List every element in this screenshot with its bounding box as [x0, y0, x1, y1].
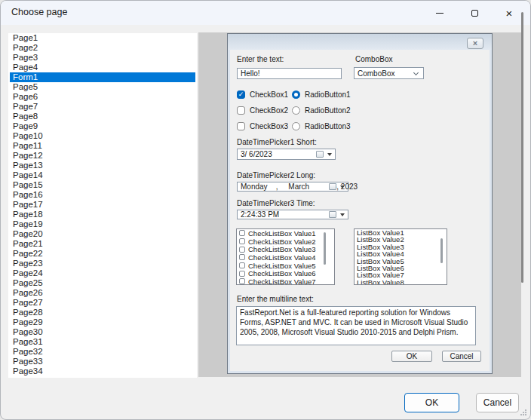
page-list-item[interactable]: Page14 [10, 170, 195, 180]
page-list-item[interactable]: Page1 [10, 33, 195, 43]
checkbox-icon [239, 262, 245, 268]
datetimepicker-long[interactable]: Monday , March 6, 2023 [237, 182, 348, 192]
page-list-item[interactable]: Page21 [10, 239, 195, 249]
calendar-icon [329, 183, 336, 190]
page-list-item[interactable]: Page31 [10, 337, 195, 347]
maximize-button[interactable] [457, 1, 492, 25]
page-list-item[interactable]: Page27 [10, 298, 195, 308]
calendar-icon [316, 151, 324, 158]
page-list-item[interactable]: Page12 [10, 151, 195, 161]
window-controls: × [422, 1, 526, 25]
text-field-label: Enter the text: [237, 55, 284, 63]
preview-form-titlebar [228, 34, 492, 50]
page-list-item[interactable]: Page3 [10, 53, 195, 63]
dropdown-arrow-icon [340, 213, 345, 216]
page-list-scrollbar-thumb[interactable] [521, 12, 523, 283]
preview-form-close-button[interactable]: × [467, 38, 483, 49]
cancel-button[interactable]: Cancel [476, 393, 519, 412]
page-list-item[interactable]: Page29 [10, 317, 195, 327]
minimize-icon [436, 13, 444, 14]
page-list-item[interactable]: Page22 [10, 249, 195, 259]
ok-button[interactable]: OK [404, 393, 459, 412]
checkbox-group: CheckBox1 CheckBox2 CheckBox3 [237, 90, 288, 131]
page-list-item[interactable]: Page4 [10, 63, 195, 72]
dropdown-arrow-icon [340, 185, 345, 189]
page-list-item[interactable]: Page18 [10, 210, 195, 219]
radio-option[interactable]: RadioButton1 [292, 90, 351, 100]
checkbox-option[interactable]: CheckBox1 [237, 90, 288, 100]
radio-icon [292, 90, 300, 99]
datetimepicker-time[interactable]: 2:24:33 PM [237, 210, 348, 219]
dtp1-label: DateTimePicker1 Short: [237, 138, 317, 146]
dialog-title: Choose page [11, 7, 67, 17]
multiline-label: Enter the multiline text: [237, 295, 314, 303]
multiline-textbox[interactable]: FastReport.Net is a full-featured report… [236, 306, 476, 345]
page-list-item[interactable]: Page28 [10, 308, 195, 317]
dtp3-label: DateTimePicker3 Time: [237, 199, 315, 207]
close-icon: × [506, 8, 513, 19]
listbox-scrollbar-thumb[interactable] [440, 238, 443, 263]
combobox-label: ComboBox [355, 55, 392, 63]
page-list-item[interactable]: Page2 [10, 43, 195, 53]
page-list-item[interactable]: Page16 [10, 190, 195, 200]
checklistbox-scrollbar-thumb[interactable] [324, 232, 326, 265]
page-list-item[interactable]: Page25 [10, 278, 195, 288]
page-list-item[interactable]: Page6 [10, 92, 195, 102]
form-preview-panel: × Enter the text: Hello! ComboBox ComboB… [198, 32, 521, 377]
checklistbox-item[interactable]: CheckListBox Value5 [237, 262, 334, 270]
checklistbox-item[interactable]: CheckListBox Value2 [237, 238, 334, 246]
page-list-item[interactable]: Page15 [10, 180, 195, 190]
checkbox-option[interactable]: CheckBox2 [237, 106, 288, 115]
listbox[interactable]: ListBox Value1 ListBox Value2 ListBox Va… [354, 228, 447, 285]
page-list-item[interactable]: Form1 [10, 72, 195, 82]
resize-grip[interactable] [520, 409, 526, 415]
page-list-item[interactable]: Page23 [10, 259, 195, 268]
page-list-item[interactable]: Page26 [10, 288, 195, 298]
page-list-item[interactable]: Page9 [10, 121, 195, 131]
checklistbox-item[interactable]: CheckListBox Value3 [237, 245, 334, 253]
checkbox-icon [237, 90, 245, 99]
listbox-item[interactable]: ListBox Value8 [355, 279, 447, 285]
checklistbox-item[interactable]: CheckListBox Value7 [237, 277, 334, 285]
dropdown-arrow-icon [327, 153, 332, 156]
page-list-item[interactable]: Page24 [10, 268, 195, 278]
page-list-item[interactable]: Page7 [10, 102, 195, 112]
page-list-item[interactable]: Page20 [10, 229, 195, 239]
checkbox-icon [239, 230, 245, 236]
radio-icon [292, 106, 300, 115]
page-list-item[interactable]: Page32 [10, 347, 195, 357]
calendar-icon [329, 211, 336, 218]
page-list-item[interactable]: Page5 [10, 82, 195, 92]
chevron-down-icon [413, 70, 419, 75]
page-list-item[interactable]: Page33 [10, 357, 195, 366]
page-list-item[interactable]: Page10 [10, 131, 195, 141]
text-input[interactable]: Hello! [237, 68, 342, 79]
checkbox-icon [237, 106, 245, 115]
checklistbox-item[interactable]: CheckListBox Value1 [237, 229, 334, 238]
minimize-button[interactable] [422, 1, 457, 25]
page-list-item[interactable]: Page30 [10, 327, 195, 337]
preview-form-body: Enter the text: Hello! ComboBox ComboBox… [230, 50, 490, 371]
preview-close-icon: × [473, 39, 477, 48]
checkbox-option[interactable]: CheckBox3 [237, 121, 288, 131]
checklistbox-item[interactable]: CheckListBox Value4 [237, 253, 334, 262]
radio-option[interactable]: RadioButton2 [292, 106, 351, 115]
page-list-item[interactable]: Page11 [10, 141, 195, 151]
checklistbox-item[interactable]: CheckListBox Value6 [237, 269, 334, 277]
page-list-item[interactable]: Page17 [10, 200, 195, 210]
checkbox-icon [237, 122, 245, 130]
page-list-item[interactable]: Page8 [10, 112, 195, 121]
combobox[interactable]: ComboBox [354, 67, 424, 79]
preview-form-window: × Enter the text: Hello! ComboBox ComboB… [227, 33, 493, 374]
preview-ok-button[interactable]: OK [391, 351, 432, 362]
checklistbox[interactable]: CheckListBox Value1 CheckListBox Value2 … [236, 228, 335, 285]
radio-icon [292, 122, 300, 130]
page-list-item[interactable]: Page34 [10, 366, 195, 376]
page-list-item[interactable]: Page13 [10, 161, 195, 170]
maximize-icon [471, 10, 478, 17]
datetimepicker-short[interactable]: 3/ 6/2023 [237, 149, 336, 160]
preview-cancel-button[interactable]: Cancel [442, 351, 481, 362]
radio-option[interactable]: RadioButton3 [292, 121, 351, 131]
page-list[interactable]: Page1 Page2 Page3 Page4 Form1 Page5 Page… [8, 33, 197, 378]
page-list-item[interactable]: Page19 [10, 219, 195, 229]
